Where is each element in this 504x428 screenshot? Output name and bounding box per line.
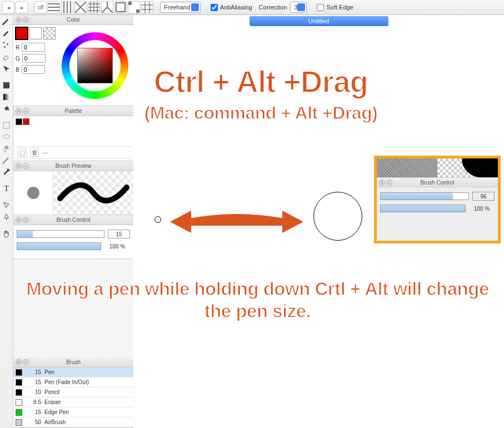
antialiasing-check[interactable]: AntiAliasing — [211, 4, 252, 11]
palette-swatch[interactable] — [16, 118, 22, 125]
pattern-4-icon[interactable] — [88, 1, 100, 13]
r-input[interactable] — [22, 43, 45, 52]
inset-texture-a — [377, 158, 437, 177]
close-icon[interactable]: × — [16, 359, 22, 365]
primary-swatch[interactable] — [16, 27, 28, 39]
palette-trash-icon[interactable]: 🗑 — [30, 148, 39, 157]
lasso-tool-icon[interactable] — [1, 131, 12, 142]
brush-row[interactable]: 8.5 Eraser — [13, 397, 133, 407]
collapse-icon[interactable]: – — [386, 180, 392, 186]
brush-color-swatch — [16, 379, 22, 386]
select-rect-icon[interactable] — [1, 120, 12, 131]
brush-name: Pen (Fade In/Out) — [44, 379, 89, 385]
dots-tool-icon[interactable] — [1, 39, 12, 51]
size-value[interactable]: 15 — [108, 230, 130, 238]
correction-value: 3 — [294, 4, 297, 11]
g-input[interactable] — [22, 54, 46, 63]
opacity-slider[interactable] — [17, 242, 101, 250]
collapse-icon[interactable]: – — [23, 163, 29, 169]
pencil-tool-icon[interactable] — [1, 155, 12, 166]
inset-opacity-slider[interactable] — [380, 205, 466, 212]
inset-texture-b — [437, 158, 498, 177]
eraser-tool-icon[interactable] — [1, 51, 12, 62]
close-icon[interactable]: × — [16, 17, 22, 23]
eyedropper-icon[interactable] — [1, 166, 12, 177]
brush-row[interactable]: 10 Pencil — [13, 387, 133, 397]
wand-tool-icon[interactable] — [1, 143, 12, 154]
svg-point-2 — [7, 43, 8, 45]
brush-list-panel: × – Brush 15 Pen 15 Pen (Fade In/Out) 10… — [13, 357, 133, 428]
svg-rect-0 — [116, 3, 125, 12]
palette-open-icon[interactable]: ▢ — [18, 148, 27, 157]
pointer-tool-icon[interactable] — [1, 200, 12, 211]
close-icon[interactable]: × — [16, 163, 22, 169]
preview-header: × – Brush Preview — [13, 161, 133, 171]
softedge-check[interactable]: Soft Edge — [317, 4, 353, 11]
brush-stroke-preview — [53, 171, 133, 215]
svg-rect-4 — [3, 82, 9, 88]
brush-row[interactable]: 15 Pen (Fade In/Out) — [13, 377, 133, 387]
mode-label: Freehand — [164, 4, 190, 11]
secondary-swatch[interactable] — [29, 27, 42, 39]
r-label: R — [16, 44, 19, 51]
mode-dropdown[interactable]: Freehand — [160, 2, 201, 13]
collapse-icon[interactable]: – — [23, 359, 29, 365]
control-header: × – Brush Control — [13, 215, 133, 225]
svg-rect-5 — [3, 93, 9, 99]
brush-row[interactable]: 15 Edge Pen — [13, 407, 133, 417]
brush-control-panel: × – Brush Control 15 100 % — [13, 215, 133, 259]
close-icon[interactable]: × — [16, 217, 22, 223]
move-tool-icon[interactable] — [1, 63, 12, 74]
pattern-3-icon[interactable] — [74, 1, 87, 13]
tutorial-title: Ctrl + Alt +Drag — [23, 64, 498, 99]
document-tab[interactable]: Untitled — [249, 16, 388, 26]
svg-point-1 — [3, 42, 4, 43]
transparent-swatch[interactable] — [43, 27, 56, 39]
brush-color-swatch — [16, 399, 22, 406]
inset-size-value[interactable]: 96 — [472, 192, 495, 201]
svg-rect-6 — [3, 122, 9, 128]
softedge-checkbox[interactable] — [317, 4, 324, 11]
text-tool-icon[interactable]: T — [1, 183, 12, 194]
off-toggle[interactable]: off — [34, 1, 47, 13]
pattern-1-icon[interactable] — [48, 1, 60, 13]
brush-row[interactable]: 15 Pen — [13, 367, 133, 377]
fill-tool-icon[interactable] — [1, 79, 12, 91]
large-brush-circle — [313, 192, 362, 241]
bucket-tool-icon[interactable] — [1, 103, 12, 114]
size-slider[interactable] — [17, 230, 104, 238]
tool-strip: T — [0, 15, 13, 428]
inset-opacity-value: 100 % — [469, 204, 495, 213]
pen-path-icon[interactable] — [1, 211, 12, 222]
pattern-5-icon[interactable] — [101, 1, 113, 13]
brush-size: 50 — [26, 419, 41, 425]
pattern-2-icon[interactable] — [61, 1, 73, 13]
palette-path: --- — [42, 149, 48, 156]
hand-tool-icon[interactable] — [1, 228, 12, 239]
brush-list-header: × – Brush — [13, 357, 133, 367]
brush-size: 8.5 — [26, 399, 41, 405]
top-toolbar: ◂ ▸ off Freehand AntiAliasing Correction… — [0, 0, 504, 15]
brush-control-inset: × – Brush Control 96 100 % — [374, 156, 501, 243]
double-arrow-icon — [170, 207, 303, 236]
opacity-value: 100 % — [104, 242, 130, 251]
correction-dropdown[interactable]: 3 — [290, 2, 307, 13]
brush-name: AirBrush — [44, 419, 66, 425]
brush-color-swatch — [16, 409, 22, 416]
collapse-icon[interactable]: – — [23, 17, 29, 23]
nav-fwd-icon[interactable]: ▸ — [16, 1, 28, 13]
inset-size-slider[interactable] — [380, 192, 469, 200]
grid-icon[interactable] — [141, 1, 153, 13]
pattern-6-icon[interactable] — [114, 1, 127, 13]
nav-back-icon[interactable]: ◂ — [2, 1, 14, 13]
antialiasing-checkbox[interactable] — [211, 4, 218, 11]
collapse-icon[interactable]: – — [23, 217, 29, 223]
gradient-tool-icon[interactable] — [1, 91, 12, 102]
close-icon[interactable]: × — [379, 180, 385, 186]
pattern-7-icon[interactable] — [128, 1, 140, 13]
brush-tool-icon[interactable] — [1, 28, 12, 39]
close-icon[interactable]: × — [16, 108, 22, 114]
brush-size: 10 — [26, 389, 41, 395]
pen-tool-icon[interactable] — [1, 16, 12, 27]
brush-row[interactable]: 50 AirBrush — [13, 417, 133, 427]
